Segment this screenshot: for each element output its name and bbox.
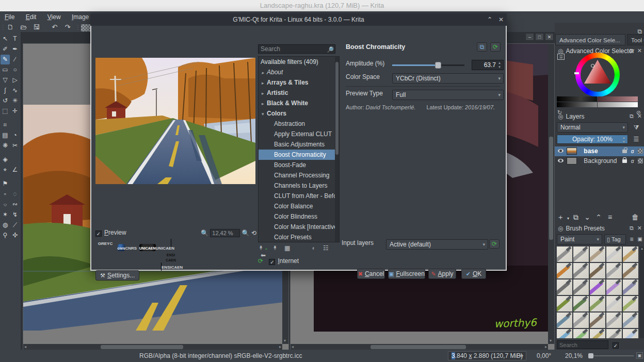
scroll-down-icon[interactable]: ▾	[284, 338, 286, 344]
float-docker-icon[interactable]: ⧉	[630, 113, 634, 119]
brush-preset-tile[interactable]	[606, 279, 622, 295]
cancel-button[interactable]: ✖Cancel	[357, 269, 385, 279]
gmic-titlebar[interactable]: G'MIC-Qt for Krita - Linux 64 bits - 3.0…	[90, 13, 507, 26]
brush-preset-tile[interactable]	[557, 329, 572, 338]
list-mode-icon[interactable]: ☷	[320, 244, 331, 252]
brush-preset-tile[interactable]	[623, 279, 638, 295]
pan-tool[interactable]: ✣	[10, 231, 20, 240]
tag-button[interactable]: ▯ Tag	[604, 234, 626, 244]
filter-abstraction[interactable]: Abstraction	[259, 119, 339, 129]
zoom-fit-button[interactable]: ▣	[636, 352, 643, 359]
move-layer-down-button[interactable]: ⌄	[582, 211, 593, 223]
close-docker-icon[interactable]: ✕	[637, 47, 642, 54]
filter-boost-chromaticity[interactable]: Boost Chromaticity	[259, 150, 339, 160]
reset-parameters-icon[interactable]: ⟳	[490, 42, 501, 52]
color-sampler-tool[interactable]: ◔	[10, 130, 20, 140]
rect-select-tool[interactable]: ▫	[1, 189, 10, 199]
contiguous-select-tool[interactable]: ✶	[1, 210, 10, 220]
brush-preset-tile[interactable]	[606, 246, 622, 262]
preview-checkbox[interactable]: ✓Preview	[95, 229, 126, 236]
brush-preset-tile[interactable]	[573, 279, 589, 295]
add-layer-button[interactable]: ＋	[555, 211, 566, 223]
brush-preset-tile[interactable]	[606, 312, 622, 328]
brush-preset-tile[interactable]	[606, 329, 622, 338]
brush-preset-tile[interactable]	[590, 296, 605, 311]
filter-color-balance[interactable]: Color Balance	[259, 201, 339, 211]
brush-preset-tile[interactable]	[606, 296, 622, 311]
bezier-select-tool[interactable]: ◍	[1, 220, 10, 230]
zoom-out-icon[interactable]: 🔍	[201, 229, 208, 237]
filter-clut-from-after-before[interactable]: CLUT from After - Before	[259, 191, 339, 201]
brush-preset-tile[interactable]	[557, 279, 572, 295]
add-layer-dropdown-icon[interactable]: ▾	[566, 213, 570, 224]
new-document-icon[interactable]: 🗋	[5, 23, 16, 32]
brush-preset-tile[interactable]	[573, 329, 589, 338]
multibrush-tool[interactable]: ✳	[10, 96, 20, 106]
menu-file[interactable]: File	[0, 11, 19, 23]
layer-properties-button[interactable]: ≡	[604, 211, 616, 223]
fill-tool[interactable]: ◈	[1, 155, 10, 164]
filter-basic-adjustments[interactable]: Basic Adjustments	[259, 139, 339, 150]
lightness-bar-1[interactable]	[557, 102, 597, 107]
filter-channel-processing[interactable]: Channel Processing	[259, 170, 339, 180]
menu-edit[interactable]: Edit	[21, 11, 41, 23]
amplitude-spinbox[interactable]: 63.7 ▲▼	[472, 60, 504, 70]
web-icon[interactable]: ◐	[309, 244, 319, 252]
text-tool[interactable]: T	[10, 34, 20, 44]
dialog-shade-icon[interactable]: ⌃	[484, 13, 495, 26]
assistants-tool[interactable]: ⌖	[1, 165, 10, 175]
ellipse-tool[interactable]: ○	[10, 65, 20, 75]
magnetic-select-tool[interactable]: ⟋	[10, 220, 20, 230]
brush-presets-scrollbar[interactable]: ▴	[640, 246, 644, 338]
zoom-level-dropdown[interactable]: 12,42 %	[210, 229, 240, 237]
hscroll-thumb[interactable]	[101, 345, 183, 349]
right-canvas-vscrollbar[interactable]: ▾	[548, 44, 554, 344]
scroll-right-icon[interactable]: ▸	[279, 344, 281, 350]
filter-category-about[interactable]: ▸About	[259, 67, 339, 77]
freehand-select-tool[interactable]: ∾	[10, 200, 20, 209]
brush-preset-tile[interactable]	[623, 263, 638, 278]
float-docker-icon[interactable]: ⧉	[630, 47, 634, 54]
brush-search-input[interactable]	[557, 340, 608, 349]
float-docker-icon[interactable]: ⧉	[630, 225, 634, 231]
zoom-reset-icon[interactable]: ⟲	[251, 229, 256, 237]
brush-preset-tile[interactable]	[623, 296, 638, 311]
zoom-in-icon[interactable]: 🔍	[242, 229, 250, 237]
shade-bar-2[interactable]	[598, 96, 638, 102]
brush-preset-tile[interactable]	[573, 263, 589, 278]
inherit-alpha-icon[interactable]	[636, 146, 644, 156]
presets-menu-icon[interactable]: ≡	[627, 234, 636, 244]
visibility-eye-icon[interactable]	[558, 149, 564, 153]
filter-color-mask-interactive[interactable]: Color Mask [Interactive]	[259, 222, 339, 232]
zoom-tool[interactable]: ⚲	[1, 231, 10, 240]
color-space-dropdown[interactable]: YCbCr (Distinct)▾	[392, 73, 504, 84]
select-shapes-tool[interactable]: ↖	[1, 34, 10, 44]
color-selector-cursor[interactable]	[591, 64, 594, 68]
transform-tool[interactable]: ⬚	[1, 106, 10, 116]
filter-apply-external-clut[interactable]: Apply External CLUT	[259, 129, 339, 139]
tab-tool-options[interactable]: Tool Opt...	[627, 34, 644, 45]
rename-fave-icon[interactable]: ▦	[282, 244, 293, 252]
menu-image[interactable]: Image	[67, 11, 93, 23]
brush-preset-tile[interactable]	[573, 312, 589, 328]
rectangle-tool[interactable]: ▭	[1, 65, 10, 75]
brush-preset-tile[interactable]	[557, 246, 572, 262]
ok-button[interactable]: ✔OK	[461, 269, 486, 279]
filter-category-arrays-tiles[interactable]: ▸Arrays & Tiles	[259, 77, 339, 88]
brush-preset-tile[interactable]	[590, 279, 605, 295]
freehand-brush-tool[interactable]: ✎	[1, 55, 10, 64]
slider-handle[interactable]	[435, 62, 441, 69]
opacity-spin-arrows[interactable]: ▲▼	[621, 136, 627, 144]
alpha-lock-icon[interactable]: α	[629, 146, 636, 156]
tab-advanced-color-selector[interactable]: Advanced Color Sele...	[555, 34, 625, 45]
pattern-tool[interactable]: ❋	[1, 141, 10, 151]
scroll-left-icon[interactable]: ◂	[24, 344, 26, 350]
filter-boost-fade[interactable]: Boost-Fade	[259, 160, 339, 170]
brush-preset-tile[interactable]	[557, 312, 572, 328]
internet-checkbox[interactable]: ✓Internet	[269, 257, 299, 265]
bezier-curve-tool[interactable]: ∫	[1, 86, 10, 95]
filter-color-blindness[interactable]: Color Blindness	[259, 211, 339, 222]
fullscreen-button[interactable]: ▣Fullscreen	[388, 269, 425, 279]
polygon-select-tool[interactable]: ⌔	[1, 200, 10, 209]
visibility-eye-icon[interactable]	[558, 159, 564, 162]
